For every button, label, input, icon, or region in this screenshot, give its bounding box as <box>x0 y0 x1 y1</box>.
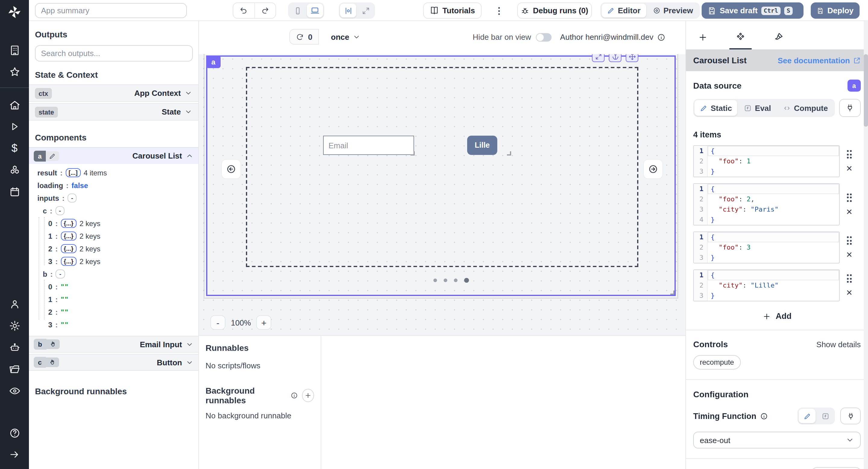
carousel-dot-active[interactable] <box>464 278 469 283</box>
save-draft-button[interactable]: Save draft Ctrl S <box>702 2 804 19</box>
edit-pencil-icon[interactable] <box>46 151 59 161</box>
tree-expand-pill[interactable]: [...] <box>65 168 81 177</box>
info-icon[interactable] <box>760 412 768 420</box>
insert-component-tab-plus-icon[interactable] <box>694 33 711 50</box>
tree-expand-pill[interactable]: {...} <box>61 231 76 241</box>
anchor-icon[interactable] <box>609 54 621 62</box>
tree-expand-pill[interactable]: {...} <box>61 244 76 253</box>
deploy-button[interactable]: Deploy <box>811 2 860 19</box>
delete-item-icon[interactable]: ✕ <box>846 208 852 216</box>
styling-show-button[interactable]: Show <box>812 467 861 469</box>
resize-handle[interactable] <box>507 151 511 156</box>
drag-handle-icon[interactable] <box>847 193 852 201</box>
user-icon[interactable] <box>0 293 29 315</box>
chevron-up-icon[interactable] <box>186 152 193 160</box>
desktop-view-button[interactable] <box>307 4 323 18</box>
email-input-component[interactable] <box>323 136 414 155</box>
settings-gear-icon[interactable] <box>0 315 29 336</box>
editor-tab[interactable]: Editor <box>601 4 646 18</box>
panel-scrollbar[interactable] <box>864 21 868 469</box>
component-resize-handle[interactable] <box>670 290 675 295</box>
chevron-down-icon[interactable] <box>186 340 193 348</box>
timing-function-select[interactable]: ease-out <box>693 432 861 448</box>
json-item-editor[interactable]: 1{2 "foo": 2,3 "city": "Paris"4} <box>693 183 840 225</box>
recompute-pill[interactable]: recompute <box>693 355 741 370</box>
move-component-icon[interactable] <box>626 54 638 62</box>
component-row-email[interactable]: b Email Input <box>29 336 198 353</box>
add-background-runnable-button[interactable] <box>302 389 314 402</box>
component-badge[interactable]: a <box>206 56 221 68</box>
frequency-dropdown[interactable]: once <box>325 29 367 44</box>
workers-robot-icon[interactable] <box>0 336 29 358</box>
component-settings-tab-icon[interactable] <box>732 32 749 50</box>
hide-bar-toggle[interactable] <box>536 33 552 41</box>
schedules-calendar-icon[interactable] <box>0 181 29 202</box>
show-details-link[interactable]: Show details <box>816 340 861 349</box>
delete-item-icon[interactable]: ✕ <box>846 289 852 296</box>
delete-item-icon[interactable]: ✕ <box>846 251 852 259</box>
component-row-button[interactable]: c Button <box>29 354 198 371</box>
carousel-dot[interactable] <box>444 279 447 282</box>
info-icon[interactable] <box>290 391 298 400</box>
undo-button[interactable] <box>233 3 254 18</box>
json-item-editor[interactable]: 1{2 "foo": 13} <box>693 145 840 177</box>
tree-expand-pill[interactable]: - <box>67 193 77 202</box>
preview-tab[interactable]: Preview <box>647 4 698 18</box>
chevron-down-icon[interactable] <box>186 358 193 366</box>
json-item-editor[interactable]: 1{2 "city": "Lille"3} <box>693 270 840 302</box>
center-align-button[interactable] <box>340 4 356 18</box>
chevron-down-icon[interactable] <box>184 108 192 116</box>
search-outputs-input[interactable] <box>35 45 193 61</box>
fullwidth-button[interactable] <box>358 4 374 18</box>
zoom-out-button[interactable]: - <box>210 315 225 330</box>
carousel-prev-arrow[interactable] <box>222 160 241 179</box>
info-icon[interactable] <box>657 33 665 41</box>
compute-mode-button[interactable]: Compute <box>778 100 833 116</box>
lille-button-component[interactable]: Lille <box>467 136 497 155</box>
more-menu-kebab-icon[interactable]: ⋮ <box>493 2 505 19</box>
timing-eval-icon[interactable] <box>817 409 834 423</box>
audit-eye-icon[interactable] <box>0 380 29 402</box>
variables-dollar-icon[interactable]: $ <box>0 137 29 159</box>
expand-sidebar-arrow-icon[interactable] <box>0 444 29 465</box>
tree-expand-pill[interactable]: {...} <box>61 257 76 266</box>
home-icon[interactable] <box>0 94 29 116</box>
carousel-inner-container[interactable] <box>246 67 638 267</box>
redo-button[interactable] <box>254 3 276 18</box>
carousel-dot[interactable] <box>433 279 437 282</box>
drag-handle-icon[interactable] <box>847 274 852 283</box>
refresh-button[interactable]: 0 <box>289 29 319 44</box>
resize-handle[interactable] <box>410 151 415 156</box>
connect-plug-icon[interactable] <box>839 99 861 117</box>
tree-expand-pill[interactable]: - <box>55 206 64 215</box>
add-item-button[interactable]: Add <box>693 312 861 321</box>
workspace-icon[interactable] <box>0 39 29 61</box>
hand-pointer-icon[interactable] <box>46 357 59 367</box>
debug-runs-button[interactable]: Debug runs (0) <box>517 2 592 19</box>
tree-expand-pill[interactable]: - <box>56 270 65 279</box>
windmill-logo-icon[interactable] <box>7 5 22 21</box>
mobile-view-button[interactable] <box>289 4 306 18</box>
tree-expand-pill[interactable]: {...} <box>61 219 76 228</box>
favorites-star-icon[interactable] <box>0 61 29 83</box>
static-mode-button[interactable]: Static <box>694 100 738 116</box>
drag-handle-icon[interactable] <box>847 236 852 245</box>
folders-icon[interactable] <box>0 358 29 380</box>
styling-brush-tab-icon[interactable] <box>770 32 787 50</box>
runs-play-icon[interactable] <box>0 116 29 137</box>
carousel-component[interactable]: a Lille <box>206 56 676 296</box>
help-icon[interactable] <box>0 422 29 444</box>
component-row-carousel[interactable]: a Carousel List <box>29 147 198 164</box>
delete-item-icon[interactable]: ✕ <box>846 164 852 173</box>
zoom-in-button[interactable]: + <box>256 315 272 330</box>
carousel-dot[interactable] <box>454 279 458 282</box>
tutorials-button[interactable]: Tutorials <box>423 2 482 19</box>
app-canvas[interactable]: a Lille <box>199 54 685 335</box>
resources-cubes-icon[interactable] <box>0 159 29 181</box>
see-documentation-link[interactable]: See documentation <box>778 56 861 65</box>
app-summary-input[interactable] <box>35 3 187 18</box>
timing-static-pencil-icon[interactable] <box>799 409 815 423</box>
carousel-next-arrow[interactable] <box>644 160 662 179</box>
timing-plug-icon[interactable] <box>840 408 861 425</box>
hand-pointer-icon[interactable] <box>46 339 59 349</box>
